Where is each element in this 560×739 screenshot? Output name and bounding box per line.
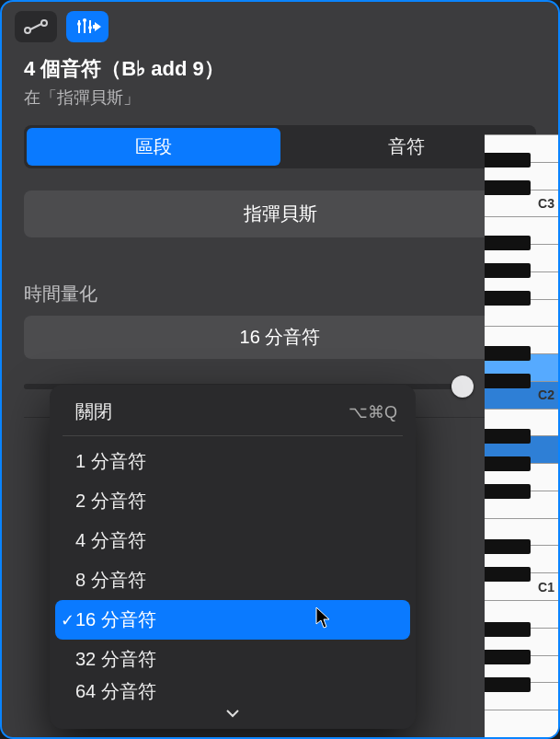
menu-item-16-label: 16 分音符: [75, 607, 156, 632]
svg-line-2: [30, 24, 41, 29]
black-key[interactable]: [485, 456, 531, 471]
automation-button[interactable]: [15, 11, 57, 42]
check-icon: ✓: [61, 610, 74, 630]
black-key[interactable]: [485, 346, 531, 361]
quantize-value: 16 分音符: [37, 325, 523, 350]
automation-icon: [23, 18, 49, 35]
toolbar: [2, 2, 558, 50]
quantize-menu: 關閉 ⌥⌘Q 1 分音符 2 分音符 4 分音符 8 分音符 ✓ 16 分音符 …: [50, 385, 416, 729]
menu-item-4[interactable]: 4 分音符: [50, 521, 416, 560]
catch-button[interactable]: [66, 11, 109, 42]
menu-separator: [63, 435, 403, 436]
black-key[interactable]: [485, 677, 531, 692]
black-key[interactable]: [485, 291, 531, 306]
catch-icon: [74, 17, 101, 37]
selection-subtitle: 在「指彈貝斯」: [2, 87, 558, 125]
chevron-down-icon: [225, 709, 240, 718]
black-key[interactable]: [485, 484, 531, 499]
black-key[interactable]: [485, 236, 531, 250]
black-key[interactable]: [485, 567, 531, 582]
menu-item-2[interactable]: 2 分音符: [50, 481, 416, 521]
black-key[interactable]: [485, 650, 531, 664]
menu-shortcut: ⌥⌘Q: [349, 402, 397, 422]
menu-header[interactable]: 關閉 ⌥⌘Q: [50, 392, 416, 433]
quantize-popup[interactable]: 16 分音符 ▴▾: [24, 316, 536, 359]
black-key[interactable]: [485, 180, 531, 195]
svg-point-0: [25, 28, 30, 33]
menu-off-label: 關閉: [75, 399, 349, 424]
black-key[interactable]: [485, 153, 531, 167]
patch-button[interactable]: 指彈貝斯: [24, 191, 536, 237]
black-key[interactable]: [485, 263, 531, 278]
tab-segment[interactable]: 區段: [27, 128, 280, 166]
inspector-panel: 4 個音符（B♭ add 9） 在「指彈貝斯」 區段 音符 指彈貝斯 時間量化 …: [0, 0, 560, 739]
svg-point-3: [77, 22, 81, 26]
svg-point-1: [41, 20, 47, 26]
menu-item-64[interactable]: 64 分音符: [50, 679, 416, 703]
menu-item-16[interactable]: ✓ 16 分音符: [55, 600, 410, 640]
black-key[interactable]: [485, 539, 531, 554]
menu-item-1[interactable]: 1 分音符: [50, 442, 416, 481]
menu-item-32[interactable]: 32 分音符: [50, 640, 416, 679]
black-key[interactable]: [485, 374, 531, 388]
svg-point-5: [88, 26, 92, 29]
slider-knob[interactable]: [451, 375, 474, 398]
black-key[interactable]: [485, 429, 531, 444]
quantize-label: 時間量化: [24, 282, 536, 306]
svg-point-4: [83, 18, 86, 22]
menu-more[interactable]: [50, 703, 416, 729]
white-key[interactable]: [485, 710, 558, 737]
menu-item-8[interactable]: 8 分音符: [50, 560, 416, 600]
black-key[interactable]: [485, 622, 531, 637]
piano-ruler[interactable]: C3 C2 C1: [485, 134, 558, 737]
selection-title: 4 個音符（B♭ add 9）: [2, 50, 558, 87]
tab-bar: 區段 音符: [24, 125, 536, 168]
